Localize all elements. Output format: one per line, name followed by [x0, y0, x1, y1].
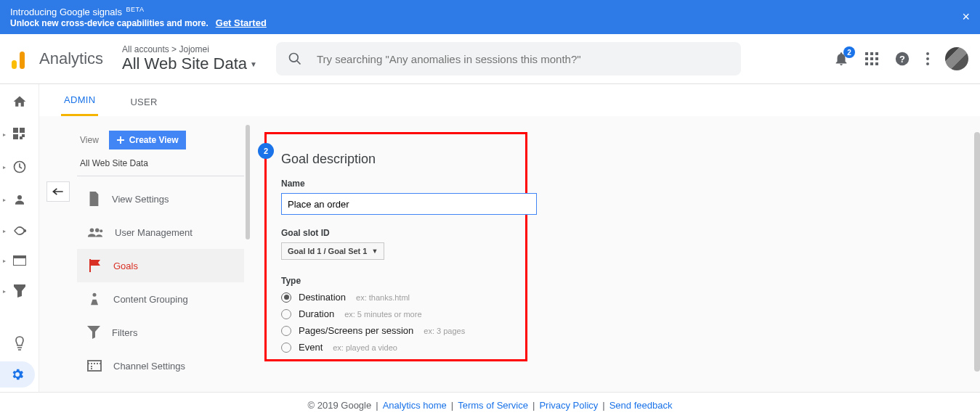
top-bar: Analytics All accounts > Jojomei All Web…: [0, 34, 980, 84]
menu-channel-settings[interactable]: Channel Settings: [77, 349, 244, 382]
type-duration[interactable]: Duration ex: 5 minutes or more: [281, 308, 511, 319]
svg-rect-22: [20, 136, 23, 139]
admin-tabs: ADMIN USER: [39, 84, 980, 116]
svg-rect-31: [89, 259, 91, 272]
rail-audience-icon[interactable]: ▸: [0, 193, 39, 206]
svg-point-17: [926, 62, 929, 65]
svg-rect-33: [88, 361, 101, 371]
step-badge: 2: [258, 143, 274, 159]
menu-goals[interactable]: Goals: [77, 249, 244, 282]
svg-point-24: [17, 195, 22, 200]
svg-rect-1: [20, 52, 25, 69]
svg-point-30: [100, 229, 102, 232]
back-button[interactable]: [46, 181, 70, 202]
svg-rect-20: [13, 134, 18, 139]
view-label: View: [80, 135, 99, 145]
svg-rect-18: [13, 128, 18, 133]
svg-line-3: [297, 61, 301, 65]
avatar[interactable]: [945, 47, 968, 70]
search-icon: [288, 52, 302, 66]
svg-point-15: [926, 52, 929, 55]
caret-down-icon: ▼: [371, 247, 378, 255]
goal-slot-dropdown[interactable]: Goal Id 1 / Goal Set 1 ▼: [281, 242, 384, 260]
svg-point-32: [93, 293, 97, 297]
svg-rect-10: [865, 62, 868, 65]
close-icon[interactable]: ×: [962, 9, 970, 25]
notifications-icon[interactable]: 2: [833, 51, 849, 67]
left-rail: ▸ ▸ ▸ ▸ ▸ ▸: [0, 84, 39, 418]
radio-icon: [281, 326, 291, 336]
svg-point-29: [95, 229, 100, 233]
footer-link-feedback[interactable]: Send feedback: [610, 400, 673, 411]
menu-content-grouping[interactable]: Content Grouping: [77, 282, 244, 316]
rail-customization-icon[interactable]: ▸: [0, 128, 39, 141]
rail-behavior-icon[interactable]: ▸: [0, 255, 39, 266]
caret-down-icon: ▼: [250, 60, 257, 68]
account-selector[interactable]: All accounts > Jojomei All Web Site Data…: [122, 44, 257, 73]
svg-point-25: [24, 230, 25, 231]
beta-badge: BETA: [126, 6, 145, 13]
svg-rect-7: [865, 57, 868, 60]
type-event[interactable]: Event ex: played a video: [281, 342, 511, 353]
goal-name-input[interactable]: [281, 193, 537, 215]
view-side-panel: View Create View All Web Site Data View …: [77, 116, 244, 418]
rail-realtime-icon[interactable]: ▸: [0, 160, 39, 174]
svg-text:?: ?: [899, 54, 905, 65]
name-label: Name: [281, 179, 511, 189]
svg-rect-12: [875, 62, 878, 65]
view-name: All Web Site Data: [122, 54, 247, 73]
current-view-name[interactable]: All Web Site Data: [77, 149, 244, 176]
svg-rect-27: [13, 255, 26, 258]
more-icon[interactable]: [926, 52, 929, 65]
type-destination[interactable]: Destination ex: thanks.html: [281, 292, 511, 303]
svg-rect-5: [870, 52, 873, 55]
goal-description-highlight: 2 Goal description Name Goal slot ID Goa…: [264, 132, 527, 361]
apps-icon[interactable]: [865, 52, 878, 65]
menu-filters[interactable]: Filters: [77, 316, 244, 349]
banner-intro: Introducing Google signals: [10, 7, 122, 17]
banner-subtitle: Unlock new cross-device capabilities and…: [10, 18, 208, 28]
footer-link-home[interactable]: Analytics home: [383, 400, 447, 411]
type-label: Type: [281, 276, 511, 286]
menu-view-settings[interactable]: View Settings: [77, 182, 244, 216]
svg-rect-6: [875, 52, 878, 55]
search-bar[interactable]: [276, 42, 741, 75]
slot-label: Goal slot ID: [281, 228, 511, 238]
radio-icon: [281, 292, 291, 303]
rail-home-icon[interactable]: [0, 94, 39, 109]
svg-rect-4: [865, 52, 868, 55]
scrollbar[interactable]: [974, 132, 980, 372]
rail-admin-icon[interactable]: [0, 361, 35, 388]
svg-point-28: [90, 229, 94, 233]
analytics-logo-icon: [10, 49, 29, 69]
tab-admin[interactable]: ADMIN: [61, 94, 98, 116]
footer: © 2019 Google| Analytics home| Terms of …: [0, 392, 980, 418]
menu-user-management[interactable]: User Management: [77, 216, 244, 249]
footer-link-tos[interactable]: Terms of Service: [458, 400, 528, 411]
svg-rect-8: [870, 57, 873, 60]
create-view-button[interactable]: Create View: [109, 131, 186, 149]
svg-rect-0: [12, 60, 17, 69]
footer-link-privacy[interactable]: Privacy Policy: [539, 400, 598, 411]
plus-icon: [116, 136, 125, 144]
svg-rect-9: [875, 57, 878, 60]
rail-conversions-icon[interactable]: ▸: [0, 284, 39, 298]
radio-icon: [281, 309, 291, 319]
radio-icon: [281, 343, 291, 353]
rail-acquisition-icon[interactable]: ▸: [0, 225, 39, 237]
help-icon[interactable]: ?: [894, 51, 910, 67]
product-name: Analytics: [39, 49, 103, 68]
search-input[interactable]: [317, 53, 729, 65]
tab-user[interactable]: USER: [127, 97, 160, 116]
svg-point-2: [289, 54, 298, 62]
form-heading: Goal description: [281, 152, 511, 167]
svg-rect-11: [870, 62, 873, 65]
promo-banner: Introducing Google signals BETA Unlock n…: [0, 0, 980, 34]
svg-point-16: [926, 57, 929, 60]
type-pages[interactable]: Pages/Screens per session ex: 3 pages: [281, 325, 511, 336]
svg-rect-19: [20, 128, 25, 133]
get-started-link[interactable]: Get Started: [216, 17, 267, 28]
rail-discover-icon[interactable]: [0, 335, 39, 351]
notification-badge: 2: [843, 46, 855, 58]
